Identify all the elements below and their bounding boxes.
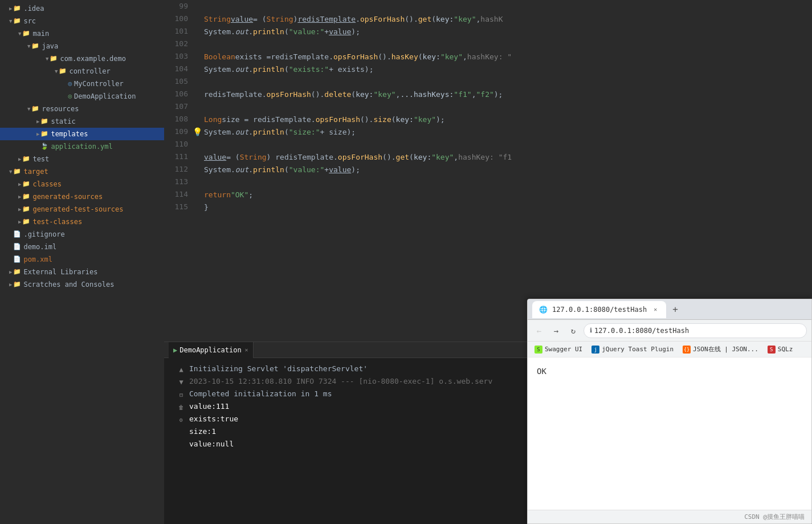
code-line-101: System. out . println ( "value:" + value… [204,25,812,38]
chevron-down-icon: ▼ [55,66,58,77]
browser-back-btn[interactable]: ← [532,324,546,338]
browser-tab-title: 127.0.0.1:8080/testHash [552,306,647,314]
sidebar-item-resources[interactable]: ▼ 📁 resources [0,103,164,115]
editor-area: 99 100 101 102 103 104 105 106 107 108 1… [164,0,812,342]
sidebar-item-mycontroller[interactable]: ▶ ◎ MyController [0,78,164,90]
code-line-103: Boolean exists = redisTemplate. opsForHa… [204,50,812,63]
file-icon: 📄 [13,229,21,240]
sidebar-item-gitignore[interactable]: ▶ 📄 .gitignore [0,228,164,241]
sidebar-item-test-classes[interactable]: ▶ 📁 test-classes [0,216,164,228]
line-num-111: 111 [164,151,188,163]
line-num-104: 104 [164,63,188,75]
console-toolbar: ▲ ▼ ⊟ 🗑 ⚙ [173,363,189,519]
sidebar-item-controller[interactable]: ▼ 📁 controller [0,65,164,78]
class-icon: ◎ [68,91,72,102]
swagger-favicon: S [534,346,542,354]
chevron-down-icon: ▼ [46,53,48,64]
browser-address-bar[interactable]: ℹ 127.0.0.1:8080/testHash [584,323,807,338]
chevron-right-icon: ▶ [18,204,21,215]
sidebar-item-label: pom.xml [23,254,52,265]
chevron-right-icon: ▶ [9,3,12,14]
line-num-112: 112 [164,163,188,176]
folder-icon: 📁 [59,66,67,77]
console-text-1: Initializing Servlet 'dispatcherServlet' [189,363,368,375]
code-line-106: redisTemplate. opsForHash (). delete ( k… [204,88,812,100]
browser-tab-active[interactable]: 🌐 127.0.0.1:8080/testHash ✕ [532,301,666,318]
browser-url: 127.0.0.1:8080/testHash [594,327,689,335]
browser-refresh-btn[interactable]: ↻ [566,324,580,338]
sidebar-item-label: MyController [74,78,124,90]
console-text-7: value:null [189,438,234,450]
code-line-113 [204,176,812,188]
sidebar-item-test[interactable]: ▶ 📁 test [0,153,164,165]
sidebar-item-src[interactable]: ▼ 📁 src [0,15,164,27]
folder-icon: 📁 [31,40,39,52]
line-num-106: 106 [164,88,188,100]
line-num-99: 99 [164,0,188,13]
file-icon: 🍃 [40,141,48,152]
sidebar-item-label: resources [42,103,79,115]
browser-window: 🌐 127.0.0.1:8080/testHash ✕ + ← → ↻ ℹ 12… [527,299,812,524]
browser-footer-text: CSDN @摸鱼王胖喵喵 [744,513,805,521]
sidebar-item-static[interactable]: ▶ 📁 static [0,115,164,128]
sidebar-item-label: demo.iml [23,241,56,253]
sidebar-item-classes[interactable]: ▶ 📁 classes [0,178,164,190]
sidebar-item-idea[interactable]: ▶ 📁 .idea [0,2,164,15]
bookmark-json[interactable]: {} JSON在线 | JSON... [680,344,761,355]
browser-forward-btn[interactable]: → [549,324,563,338]
main-area: ▶ 📁 .idea ▼ 📁 src ▼ 📁 main ▼ 📁 java ▼ 📁 … [0,0,812,524]
sidebar-item-demoapplication[interactable]: ▶ ◎ DemoApplication [0,90,164,103]
bookmark-swagger[interactable]: S Swagger UI [532,344,585,355]
folder-icon: 📁 [40,128,48,140]
sidebar-item-label: .gitignore [23,229,64,240]
sidebar-item-com-example[interactable]: ▼ 📁 com.example.demo [0,52,164,65]
tab-close-icon[interactable]: ✕ [245,347,248,353]
browser-new-tab-btn[interactable]: + [668,303,682,316]
code-line-107 [204,100,812,113]
sidebar-item-target[interactable]: ▼ 📁 target [0,165,164,178]
scroll-up-btn[interactable]: ▲ [177,365,186,374]
folder-icon: 📁 [13,15,21,27]
browser-tab-close-btn[interactable]: ✕ [651,306,659,314]
browser-footer: CSDN @摸鱼王胖喵喵 [528,510,811,523]
console-text-4: value:111 [189,400,229,413]
sidebar-item-java[interactable]: ▼ 📁 java [0,40,164,52]
line-numbers: 99 100 101 102 103 104 105 106 107 108 1… [164,0,193,342]
console-text-2: 2023-10-15 12:31:08.810 INFO 7324 --- [n… [189,375,492,388]
sidebar-item-generated-sources[interactable]: ▶ 📁 generated-sources [0,190,164,203]
sidebar-item-pom-xml[interactable]: ▶ 📄 pom.xml [0,253,164,266]
sidebar-item-external-libs[interactable]: ▶ 📁 External Libraries [0,266,164,278]
folder-icon: 📁 [13,3,21,14]
hint-lightbulb-icon: 💡 [193,127,202,136]
chevron-right-icon: ▶ [18,178,21,190]
chevron-right-icon: ▶ [36,128,39,140]
chevron-down-icon: ▼ [9,15,12,27]
browser-nav-bar: ← → ↻ ℹ 127.0.0.1:8080/testHash [528,320,811,342]
sidebar-item-label: classes [32,178,62,190]
tab-demoapplication[interactable]: ▶ DemoApplication ✕ [169,342,254,358]
filter-btn[interactable]: ⊟ [177,390,186,399]
sidebar-item-application-yml[interactable]: ▶ 🍃 application.yml [0,140,164,153]
settings-btn[interactable]: ⚙ [177,415,186,424]
code-line-112: System. out . println ( "value:" + value… [204,163,812,176]
run-icon: ▶ [173,346,177,354]
chevron-right-icon: ▶ [18,216,21,228]
sidebar-item-label: generated-sources [32,191,103,202]
file-xml-icon: 📄 [13,254,21,265]
sidebar-item-main[interactable]: ▼ 📁 main [0,27,164,40]
sidebar-item-label: Scratches and Consoles [23,279,114,290]
sidebar-item-demo-iml[interactable]: ▶ 📄 demo.iml [0,241,164,253]
sidebar-item-scratches[interactable]: ▶ 📁 Scratches and Consoles [0,278,164,291]
code-content[interactable]: String value = ( String ) redisTemplate … [193,0,812,342]
folder-orange-icon: 📁 [22,216,30,228]
folder-icon: 📁 [13,266,21,278]
scroll-down-btn[interactable]: ▼ [177,377,186,387]
clear-btn[interactable]: 🗑 [177,403,186,412]
sidebar-item-label: target [23,166,48,177]
sidebar-item-templates[interactable]: ▶ 📁 templates [0,128,164,140]
sidebar-item-label: application.yml [51,141,112,152]
sidebar-item-generated-test-sources[interactable]: ▶ 📁 generated-test-sources [0,203,164,216]
bookmark-sql[interactable]: S SQLz [765,344,795,355]
console-text-6: size:1 [189,425,216,438]
bookmark-jquery[interactable]: j jQuery Toast Plugin [589,344,676,355]
